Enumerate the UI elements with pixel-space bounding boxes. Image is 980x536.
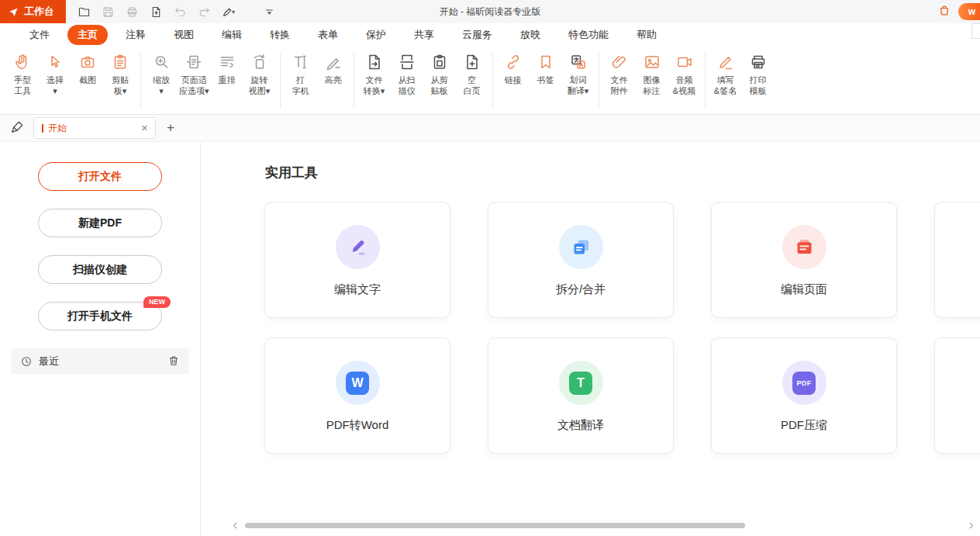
chevron-left-icon [231,521,240,530]
card-partial[interactable] [934,202,980,318]
menu-cloud[interactable]: 云服务 [452,25,502,45]
save-button[interactable] [98,2,118,21]
tool-label: 转换▾ [364,85,385,96]
tool-label: 描仪 [399,85,416,96]
tool-label: 工具 [14,85,31,96]
ribbon-tool-link[interactable]: 链接 [497,53,530,85]
card-edit-pages[interactable]: 编辑页面 [711,202,897,318]
ribbon-tool-hand[interactable]: 手型 工具 [6,53,39,96]
print-icon [126,5,139,19]
quick-access-toolbar: ▾ [74,2,279,21]
card-split-merge[interactable]: 拆分/合并 [488,202,674,318]
horizontal-scrollbar [201,519,980,531]
ribbon-tool-clipboard[interactable]: 剪贴 板▾ [104,53,136,96]
ribbon-tool-highlight[interactable]: 高亮 [317,53,350,85]
tab-start[interactable]: 开始 ✕ [33,117,156,139]
card-doc-translate[interactable]: T 文档翻译 [488,337,674,454]
menu-share[interactable]: 共享 [404,25,444,45]
menu-form[interactable]: 表单 [308,25,348,45]
tool-label: 链接 [505,74,522,85]
scanner-create-button[interactable]: 扫描仪创建 [38,255,162,284]
workspace-button[interactable]: 工作台 [0,0,66,23]
ribbon-separator [492,53,493,109]
ribbon-tool-audio-video[interactable]: 音频 &视频 [668,53,701,96]
link-icon [504,53,523,71]
ribbon-tool-translate[interactable]: 划词 翻译▾ [562,53,595,96]
menu-protect[interactable]: 保护 [356,25,396,45]
customize-toolbar-icon [263,5,276,19]
ribbon-tool-rotate-view[interactable]: 旋转 视图▾ [243,53,276,96]
store-button[interactable] [937,3,951,20]
open-file-button[interactable] [74,2,94,21]
word-letter-badge: W [346,372,369,395]
ribbon-tool-file-convert[interactable]: 文件 转换▾ [358,53,391,96]
menu-convert[interactable]: 转换 [260,25,300,45]
menu-home[interactable]: 主页 [67,25,108,45]
new-pdf-button[interactable]: 新建PDF [38,209,162,237]
new-tab-button[interactable]: + [167,120,174,136]
document-tabbar: 开始 ✕ + [0,115,980,142]
ribbon-tool-from-clipboard[interactable]: 从剪 贴板 [423,53,456,96]
ribbon-tool-typewriter[interactable]: 打 字机 [285,53,317,96]
tool-label: 音频 [676,74,693,85]
menu-view[interactable]: 视图 [164,25,204,45]
ribbon-tool-fill-sign[interactable]: 填写 &签名 [709,53,742,96]
app-window: 开始 - 福昕阅读器专业版 工作台 [0,0,980,536]
scrollbar-thumb[interactable] [245,523,745,528]
ribbon-tool-snapshot[interactable]: 截图 [71,53,104,85]
customize-toolbar-button[interactable] [259,2,279,21]
card-pdf-compress[interactable]: PDF PDF压缩 [711,337,897,454]
ribbon-tool-select[interactable]: 选择 ▾ [39,53,71,96]
tool-label: 标注 [644,85,661,96]
tool-label: 视图▾ [249,85,271,96]
ribbon-tool-fit-page[interactable]: 页面适 应选项▾ [178,53,211,96]
scroll-right-button[interactable] [964,519,977,531]
translate-badge-icon: T [559,361,603,405]
ribbon-tool-reflow[interactable]: 重排 [211,53,243,85]
tool-label: &视频 [673,85,695,96]
clear-recent-button[interactable] [167,354,181,368]
tool-label: 文件 [366,74,383,85]
ribbon-tool-zoom[interactable]: 缩放 ▾ [145,53,178,96]
recent-section[interactable]: 最近 [11,348,189,374]
ribbon-tool-file-attachment[interactable]: 文件 附件 [603,53,636,96]
promo-button[interactable]: w [958,3,980,20]
fit-page-icon [185,53,203,71]
menu-help[interactable]: 帮助 [626,25,667,45]
open-folder-icon [78,5,91,19]
format-brush-button[interactable]: ▾ [218,2,238,21]
undo-button[interactable] [170,2,190,21]
hand-icon [13,53,32,71]
tool-label: 截图 [79,74,96,85]
scroll-left-button[interactable] [229,519,241,531]
share-button[interactable] [146,2,166,21]
tab-close-icon[interactable]: ✕ [141,123,148,133]
annotate-pen-icon[interactable] [9,119,26,137]
translate-letter-badge: T [569,372,592,395]
print-button[interactable] [122,2,142,21]
redo-button[interactable] [194,2,214,21]
reflow-icon [218,53,236,71]
ribbon-tool-print-template[interactable]: 打印 模板 [742,53,775,96]
tool-label: ▾ [53,85,57,96]
ribbon-tool-bookmark[interactable]: 书签 [530,53,562,85]
menu-present[interactable]: 放映 [510,25,550,45]
card-partial[interactable] [934,337,980,454]
ribbon-tool-blank-page[interactable]: 空 白页 [456,53,488,96]
file-attachment-icon [610,53,629,71]
ribbon-tool-from-scanner[interactable]: 从扫 描仪 [391,53,423,96]
card-edit-text[interactable]: 编辑文字 [264,202,450,318]
tool-label: 高亮 [325,74,342,85]
card-pdf-to-word[interactable]: W PDF转Word [264,337,450,454]
tool-label: 贴板 [431,85,448,96]
open-mobile-file-button[interactable]: 打开手机文件 NEW [38,302,162,330]
tool-label: 板▾ [114,85,127,96]
typewriter-icon [292,53,310,71]
menu-features[interactable]: 特色功能 [558,25,619,45]
ribbon-tool-image-annotation[interactable]: 图像 标注 [636,53,668,96]
menu-file[interactable]: 文件 [19,25,60,45]
menu-edit[interactable]: 编辑 [212,25,252,45]
menu-comment[interactable]: 注释 [116,25,156,45]
card-label: PDF转Word [326,418,389,433]
open-file-sidebar-button[interactable]: 打开文件 [38,162,162,191]
